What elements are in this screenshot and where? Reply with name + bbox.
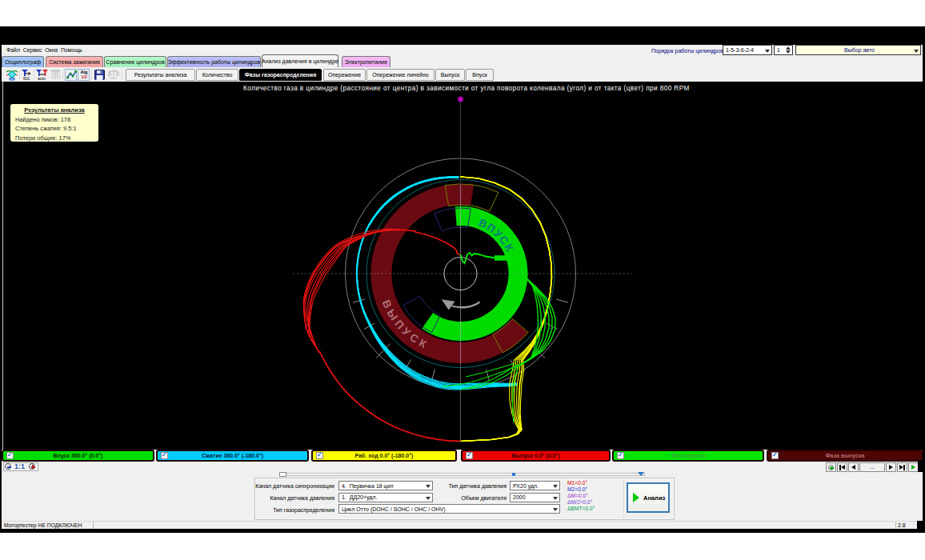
svg-text:601: 601: [23, 76, 30, 81]
svg-text:auto: auto: [38, 76, 46, 81]
